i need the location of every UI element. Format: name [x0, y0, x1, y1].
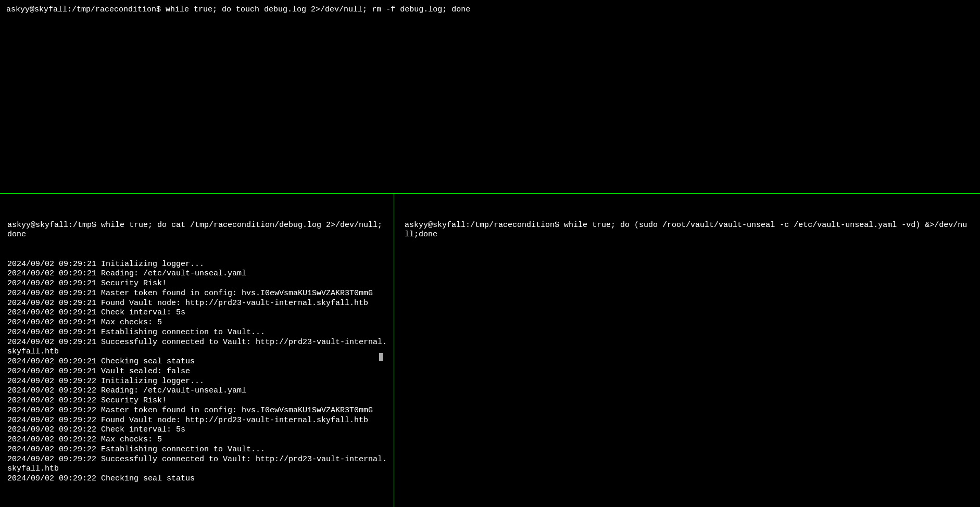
log-line: 2024/09/02 09:29:21 Checking seal status [7, 357, 387, 367]
log-output: 2024/09/02 09:29:21 Initializing logger.… [7, 260, 387, 484]
log-line: 2024/09/02 09:29:21 Master token found i… [7, 289, 387, 299]
log-line: 2024/09/02 09:29:22 Master token found i… [7, 406, 387, 416]
log-line: 2024/09/02 09:29:21 Establishing connect… [7, 328, 387, 338]
shell-prompt: askyy@skyfall:/tmp$ [7, 221, 101, 230]
log-line: 2024/09/02 09:29:21 Security Risk! [7, 279, 387, 289]
cursor-icon [379, 353, 383, 361]
terminal-pane-bottom-right[interactable]: askyy@skyfall:/tmp/racecondition$ while … [394, 194, 980, 507]
log-line: 2024/09/02 09:29:22 Successfully connect… [7, 455, 387, 475]
terminal-pane-top[interactable]: askyy@skyfall:/tmp/racecondition$ while … [0, 0, 980, 193]
log-line: 2024/09/02 09:29:22 Max checks: 5 [7, 435, 387, 445]
log-line: 2024/09/02 09:29:22 Reading: /etc/vault-… [7, 386, 387, 396]
prompt-line: askyy@skyfall:/tmp/racecondition$ while … [405, 221, 972, 240]
shell-command: while true; do touch debug.log 2>/dev/nu… [166, 5, 470, 14]
shell-prompt: askyy@skyfall:/tmp/racecondition$ [405, 221, 564, 230]
log-line: 2024/09/02 09:29:22 Found Vault node: ht… [7, 416, 387, 426]
log-line: 2024/09/02 09:29:22 Checking seal status [7, 474, 387, 484]
log-line: 2024/09/02 09:29:21 Max checks: 5 [7, 318, 387, 328]
log-line: 2024/09/02 09:29:21 Check interval: 5s [7, 308, 387, 318]
log-line: 2024/09/02 09:29:21 Initializing logger.… [7, 260, 387, 270]
log-line: 2024/09/02 09:29:22 Initializing logger.… [7, 377, 387, 387]
shell-prompt: askyy@skyfall:/tmp/racecondition$ [6, 5, 166, 14]
log-line: 2024/09/02 09:29:22 Security Risk! [7, 396, 387, 406]
log-line: 2024/09/02 09:29:21 Successfully connect… [7, 338, 387, 358]
log-line: 2024/09/02 09:29:22 Establishing connect… [7, 445, 387, 455]
terminal-multiplexer: askyy@skyfall:/tmp/racecondition$ while … [0, 0, 980, 507]
log-line: 2024/09/02 09:29:21 Reading: /etc/vault-… [7, 269, 387, 279]
bottom-row: askyy@skyfall:/tmp$ while true; do cat /… [0, 194, 980, 507]
terminal-pane-bottom-left[interactable]: askyy@skyfall:/tmp$ while true; do cat /… [0, 194, 394, 507]
log-line: 2024/09/02 09:29:21 Found Vault node: ht… [7, 299, 387, 309]
log-line: 2024/09/02 09:29:22 Check interval: 5s [7, 425, 387, 435]
log-line: 2024/09/02 09:29:21 Vault sealed: false [7, 367, 387, 377]
prompt-line: askyy@skyfall:/tmp$ while true; do cat /… [7, 221, 387, 240]
